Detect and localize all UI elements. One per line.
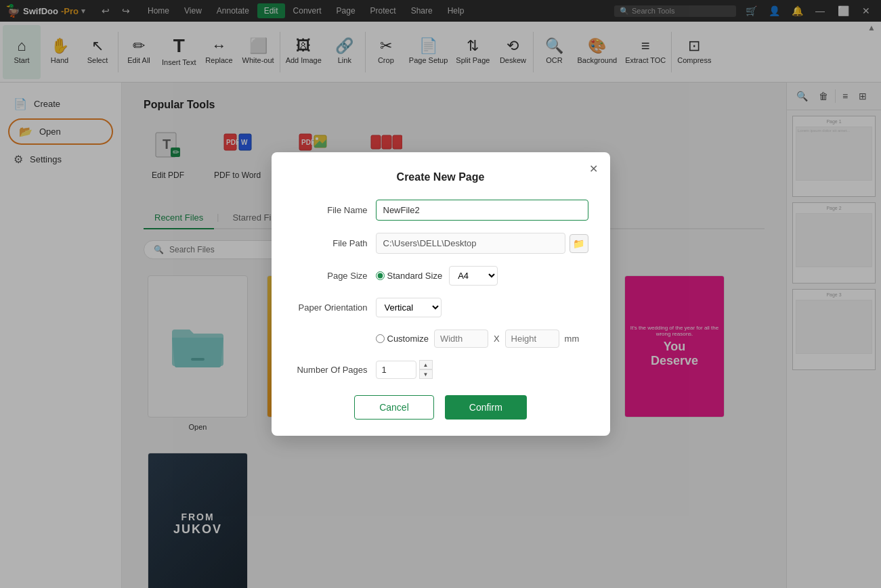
- customize-inputs: Customize X mm: [376, 330, 588, 348]
- num-pages-stepper: ▲ ▼: [419, 360, 433, 379]
- create-new-page-modal: Create New Page ✕ File Name File Path 📁 …: [272, 152, 610, 436]
- pages-decrement-button[interactable]: ▼: [419, 369, 433, 379]
- pages-increment-button[interactable]: ▲: [419, 360, 433, 369]
- modal-actions: Cancel Confirm: [293, 395, 588, 420]
- size-select-dropdown[interactable]: A4 A3 A5 Letter Legal: [449, 266, 498, 286]
- num-pages-row: Number Of Pages ▲ ▼: [293, 360, 588, 379]
- customize-row: Customize X mm: [293, 330, 588, 348]
- file-path-label: File Path: [293, 238, 368, 248]
- dimension-x: X: [494, 334, 500, 344]
- mm-label: mm: [565, 334, 580, 344]
- standard-size-text: Standard Size: [387, 271, 443, 281]
- file-name-input[interactable]: [376, 200, 588, 221]
- file-path-input[interactable]: [376, 233, 565, 254]
- customize-radio[interactable]: [376, 334, 385, 343]
- file-path-row: File Path 📁: [293, 233, 588, 254]
- width-input[interactable]: [434, 330, 488, 348]
- height-input[interactable]: [505, 330, 559, 348]
- orientation-select-dropdown[interactable]: Vertical Horizontal: [376, 298, 442, 317]
- confirm-button[interactable]: Confirm: [445, 395, 527, 420]
- modal-overlay: Create New Page ✕ File Name File Path 📁 …: [0, 0, 881, 588]
- customize-radio-label[interactable]: Customize: [376, 334, 429, 344]
- paper-orientation-label: Paper Orientation: [293, 302, 368, 313]
- file-name-label: File Name: [293, 205, 368, 215]
- modal-title: Create New Page: [293, 171, 588, 183]
- page-size-row: Page Size Standard Size A4 A3 A5 Letter …: [293, 266, 588, 286]
- browse-button[interactable]: 📁: [570, 234, 588, 253]
- customize-text: Customize: [387, 334, 429, 344]
- path-input-row: 📁: [376, 233, 588, 254]
- page-size-label: Page Size: [293, 271, 368, 281]
- standard-size-radio[interactable]: [376, 271, 385, 280]
- num-pages-input[interactable]: [376, 361, 416, 379]
- paper-orientation-row: Paper Orientation Vertical Horizontal: [293, 298, 588, 317]
- page-size-options: Standard Size A4 A3 A5 Letter Legal: [376, 266, 498, 286]
- standard-size-radio-label[interactable]: Standard Size: [376, 271, 443, 281]
- file-name-row: File Name: [293, 200, 588, 221]
- cancel-button[interactable]: Cancel: [354, 395, 434, 420]
- num-pages-label: Number Of Pages: [293, 365, 368, 375]
- num-pages-input-row: ▲ ▼: [376, 360, 433, 379]
- modal-close-button[interactable]: ✕: [586, 160, 602, 177]
